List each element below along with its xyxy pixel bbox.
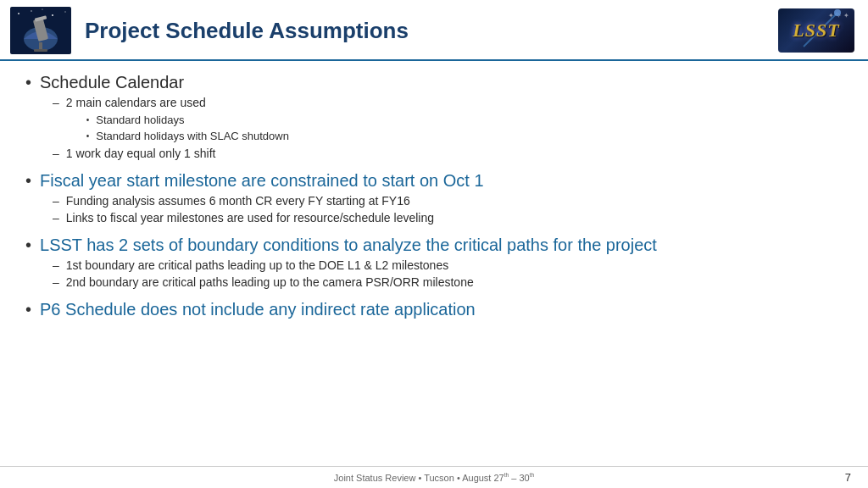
lsst-logo-text: LSST [793, 19, 839, 42]
sub-item-1-0: –Funding analysis assumes 6 month CR eve… [53, 193, 834, 210]
subsub-text-0-0-1: Standard holidays with SLAC shutdown [96, 129, 289, 144]
bullet-text-0: Schedule Calendar [40, 71, 184, 93]
sub-content-2-1: 2nd boundary are critical paths leading … [66, 274, 474, 291]
sub-dash-1-0: – [53, 194, 59, 208]
sub-dash-2-0: – [53, 258, 59, 272]
bullet-item-lsst-boundary: •LSST has 2 sets of boundary conditions … [25, 234, 834, 291]
sub-content-1-1: Links to fiscal year milestones are used… [66, 210, 434, 227]
footer: Joint Status Review • Tucson • August 27… [0, 466, 868, 488]
bullet-dot-2: • [25, 236, 31, 255]
bullet-main-1: •Fiscal year start milestone are constra… [25, 169, 834, 191]
svg-point-4 [64, 11, 65, 12]
subsub-item-0-0-0: •Standard holidays [86, 113, 289, 128]
svg-point-3 [52, 14, 53, 16]
svg-rect-10 [34, 49, 47, 52]
sub-content-2-0: 1st boundary are critical paths leading … [66, 258, 448, 274]
bullet-dot-3: • [25, 300, 31, 319]
bullet-main-2: •LSST has 2 sets of boundary conditions … [25, 234, 834, 256]
subsub-item-0-0-1: •Standard holidays with SLAC shutdown [86, 129, 289, 144]
sub-text-1-0: Funding analysis assumes 6 month CR ever… [66, 194, 410, 208]
bullet-item-fiscal-year: •Fiscal year start milestone are constra… [25, 169, 834, 227]
sub-item-0-0: –2 main calendars are used•Standard holi… [53, 95, 834, 145]
sub-dash-0-0: – [53, 96, 59, 109]
subsub-dot-0-0-0: • [86, 115, 90, 125]
svg-point-11 [834, 9, 841, 16]
sub-text-2-1: 2nd boundary are critical paths leading … [66, 275, 474, 289]
subsub-text-0-0-0: Standard holidays [96, 113, 184, 128]
sub-item-0-1: –1 work day equal only 1 shift [53, 146, 834, 163]
svg-point-1 [18, 13, 19, 14]
sub-item-2-1: –2nd boundary are critical paths leading… [53, 274, 834, 291]
sub-text-0-1: 1 work day equal only 1 shift [66, 147, 216, 160]
bullets-container: •Schedule Calendar–2 main calendars are … [25, 71, 834, 320]
bullet-dot-0: • [25, 73, 31, 92]
lsst-logo: ✦ ✧ ✦ LSST [778, 8, 854, 53]
header: Project Schedule Assumptions ✦ ✧ ✦ LSST [0, 0, 868, 61]
bullet-text-3: P6 Schedule does not include any indirec… [40, 298, 476, 320]
sub-content-1-0: Funding analysis assumes 6 month CR ever… [66, 193, 410, 210]
bullet-text-1: Fiscal year start milestone are constrai… [40, 169, 484, 191]
sub-content-0-0: 2 main calendars are used•Standard holid… [66, 95, 289, 145]
sub-dash-2-1: – [53, 275, 59, 289]
sub-text-0-0: 2 main calendars are used [66, 96, 206, 109]
bullet-item-p6-schedule: •P6 Schedule does not include any indire… [25, 298, 834, 320]
sub-content-0-1: 1 work day equal only 1 shift [66, 146, 216, 163]
subsub-dot-0-0-1: • [86, 131, 90, 141]
sub-list-1: –Funding analysis assumes 6 month CR eve… [53, 193, 834, 227]
sub-text-1-1: Links to fiscal year milestones are used… [66, 211, 434, 225]
sub-text-2-0: 1st boundary are critical paths leading … [66, 258, 448, 272]
svg-point-2 [31, 10, 32, 12]
sub-dash-0-1: – [53, 147, 59, 160]
footer-text: Joint Status Review • Tucson • August 27… [334, 472, 534, 483]
svg-point-5 [42, 8, 42, 9]
bullet-dot-1: • [25, 171, 31, 191]
sub-item-2-0: –1st boundary are critical paths leading… [53, 258, 834, 274]
sub-item-1-1: –Links to fiscal year milestones are use… [53, 210, 834, 227]
page-number: 7 [845, 471, 851, 484]
page-title: Project Schedule Assumptions [71, 18, 778, 44]
bullet-main-3: •P6 Schedule does not include any indire… [25, 298, 834, 320]
sub-dash-1-1: – [53, 211, 59, 225]
telescope-logo [10, 7, 71, 54]
subsub-list-0-0: •Standard holidays•Standard holidays wit… [86, 113, 289, 144]
bullet-text-2: LSST has 2 sets of boundary conditions t… [40, 234, 657, 256]
bullet-main-0: •Schedule Calendar [25, 71, 834, 93]
main-content: •Schedule Calendar–2 main calendars are … [0, 61, 868, 334]
bullet-item-schedule-calendar: •Schedule Calendar–2 main calendars are … [25, 71, 834, 163]
sub-list-0: –2 main calendars are used•Standard holi… [53, 95, 834, 163]
sub-list-2: –1st boundary are critical paths leading… [53, 258, 834, 291]
